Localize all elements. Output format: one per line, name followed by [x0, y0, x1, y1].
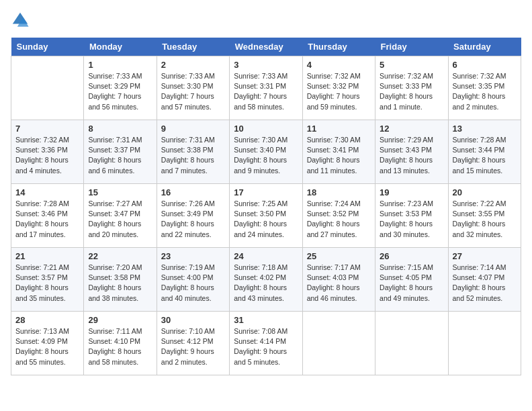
calendar-cell [302, 312, 375, 375]
day-number: 10 [234, 124, 298, 134]
day-info: Sunrise: 7:33 AM Sunset: 3:30 PM Dayligh… [161, 71, 225, 112]
day-number: 13 [453, 124, 517, 134]
day-info: Sunrise: 7:25 AM Sunset: 3:50 PM Dayligh… [234, 199, 298, 240]
day-number: 2 [161, 60, 225, 70]
day-info: Sunrise: 7:26 AM Sunset: 3:49 PM Dayligh… [161, 199, 225, 240]
calendar-cell: 9Sunrise: 7:31 AM Sunset: 3:38 PM Daylig… [157, 120, 229, 184]
calendar-cell: 7Sunrise: 7:32 AM Sunset: 3:36 PM Daylig… [11, 120, 84, 184]
day-number: 1 [88, 60, 152, 70]
day-info: Sunrise: 7:31 AM Sunset: 3:38 PM Dayligh… [161, 135, 225, 176]
calendar-cell: 4Sunrise: 7:32 AM Sunset: 3:32 PM Daylig… [302, 56, 375, 120]
calendar-cell: 30Sunrise: 7:10 AM Sunset: 4:12 PM Dayli… [157, 312, 229, 375]
day-number: 30 [161, 315, 225, 325]
day-number: 7 [15, 124, 79, 134]
calendar-week-row: 1Sunrise: 7:33 AM Sunset: 3:29 PM Daylig… [11, 56, 521, 120]
calendar-cell: 28Sunrise: 7:13 AM Sunset: 4:09 PM Dayli… [11, 312, 84, 375]
calendar-cell [11, 56, 84, 120]
calendar-cell: 24Sunrise: 7:18 AM Sunset: 4:02 PM Dayli… [230, 248, 302, 312]
calendar-cell: 26Sunrise: 7:15 AM Sunset: 4:05 PM Dayli… [375, 248, 448, 312]
day-number: 18 [307, 187, 371, 197]
col-header-saturday: Saturday [448, 38, 521, 56]
calendar-cell: 31Sunrise: 7:08 AM Sunset: 4:14 PM Dayli… [230, 312, 302, 375]
calendar-cell: 11Sunrise: 7:30 AM Sunset: 3:41 PM Dayli… [302, 120, 375, 184]
calendar-cell [448, 312, 521, 375]
day-number: 8 [88, 124, 152, 134]
calendar-table: SundayMondayTuesdayWednesdayThursdayFrid… [11, 38, 521, 375]
day-number: 20 [453, 187, 517, 197]
day-number: 4 [307, 60, 371, 70]
logo [11, 11, 31, 30]
col-header-tuesday: Tuesday [157, 38, 229, 56]
day-info: Sunrise: 7:31 AM Sunset: 3:37 PM Dayligh… [88, 135, 152, 176]
calendar-cell: 21Sunrise: 7:21 AM Sunset: 3:57 PM Dayli… [11, 248, 84, 312]
day-number: 9 [161, 124, 225, 134]
day-info: Sunrise: 7:28 AM Sunset: 3:46 PM Dayligh… [15, 199, 79, 240]
col-header-wednesday: Wednesday [230, 38, 302, 56]
calendar-cell: 3Sunrise: 7:33 AM Sunset: 3:31 PM Daylig… [230, 56, 302, 120]
calendar-cell: 22Sunrise: 7:20 AM Sunset: 3:58 PM Dayli… [84, 248, 157, 312]
day-info: Sunrise: 7:11 AM Sunset: 4:10 PM Dayligh… [88, 326, 152, 367]
calendar-cell: 17Sunrise: 7:25 AM Sunset: 3:50 PM Dayli… [230, 184, 302, 248]
day-number: 27 [453, 251, 517, 261]
day-info: Sunrise: 7:32 AM Sunset: 3:35 PM Dayligh… [453, 71, 517, 112]
day-info: Sunrise: 7:18 AM Sunset: 4:02 PM Dayligh… [234, 263, 298, 304]
day-number: 17 [234, 187, 298, 197]
day-info: Sunrise: 7:22 AM Sunset: 3:55 PM Dayligh… [453, 199, 517, 240]
calendar-cell: 12Sunrise: 7:29 AM Sunset: 3:43 PM Dayli… [375, 120, 448, 184]
calendar-cell: 18Sunrise: 7:24 AM Sunset: 3:52 PM Dayli… [302, 184, 375, 248]
calendar-body: 1Sunrise: 7:33 AM Sunset: 3:29 PM Daylig… [11, 56, 521, 375]
calendar-cell: 27Sunrise: 7:14 AM Sunset: 4:07 PM Dayli… [448, 248, 521, 312]
logo-icon [11, 11, 30, 30]
day-number: 14 [15, 187, 79, 197]
day-number: 24 [234, 251, 298, 261]
col-header-thursday: Thursday [302, 38, 375, 56]
day-number: 26 [380, 251, 443, 261]
day-info: Sunrise: 7:30 AM Sunset: 3:41 PM Dayligh… [307, 135, 371, 176]
page-header [11, 11, 521, 30]
day-info: Sunrise: 7:14 AM Sunset: 4:07 PM Dayligh… [453, 263, 517, 304]
calendar-cell [375, 312, 448, 375]
day-number: 23 [161, 251, 225, 261]
day-number: 21 [15, 251, 79, 261]
calendar-week-row: 21Sunrise: 7:21 AM Sunset: 3:57 PM Dayli… [11, 248, 521, 312]
day-info: Sunrise: 7:10 AM Sunset: 4:12 PM Dayligh… [161, 326, 225, 367]
day-info: Sunrise: 7:30 AM Sunset: 3:40 PM Dayligh… [234, 135, 298, 176]
day-info: Sunrise: 7:20 AM Sunset: 3:58 PM Dayligh… [88, 263, 152, 304]
day-info: Sunrise: 7:19 AM Sunset: 4:00 PM Dayligh… [161, 263, 225, 304]
day-number: 5 [380, 60, 443, 70]
day-number: 28 [15, 315, 79, 325]
col-header-monday: Monday [84, 38, 157, 56]
day-info: Sunrise: 7:32 AM Sunset: 3:32 PM Dayligh… [307, 71, 371, 112]
calendar-cell: 8Sunrise: 7:31 AM Sunset: 3:37 PM Daylig… [84, 120, 157, 184]
calendar-header-row: SundayMondayTuesdayWednesdayThursdayFrid… [11, 38, 521, 56]
calendar-cell: 20Sunrise: 7:22 AM Sunset: 3:55 PM Dayli… [448, 184, 521, 248]
calendar-cell: 15Sunrise: 7:27 AM Sunset: 3:47 PM Dayli… [84, 184, 157, 248]
day-number: 3 [234, 60, 298, 70]
calendar-cell: 23Sunrise: 7:19 AM Sunset: 4:00 PM Dayli… [157, 248, 229, 312]
col-header-friday: Friday [375, 38, 448, 56]
day-number: 22 [88, 251, 152, 261]
day-info: Sunrise: 7:27 AM Sunset: 3:47 PM Dayligh… [88, 199, 152, 240]
calendar-cell: 14Sunrise: 7:28 AM Sunset: 3:46 PM Dayli… [11, 184, 84, 248]
calendar-cell: 25Sunrise: 7:17 AM Sunset: 4:03 PM Dayli… [302, 248, 375, 312]
day-info: Sunrise: 7:24 AM Sunset: 3:52 PM Dayligh… [307, 199, 371, 240]
day-number: 11 [307, 124, 371, 134]
day-info: Sunrise: 7:32 AM Sunset: 3:36 PM Dayligh… [15, 135, 79, 176]
day-info: Sunrise: 7:29 AM Sunset: 3:43 PM Dayligh… [380, 135, 443, 176]
day-number: 6 [453, 60, 517, 70]
day-number: 31 [234, 315, 298, 325]
day-number: 12 [380, 124, 443, 134]
day-number: 15 [88, 187, 152, 197]
day-info: Sunrise: 7:21 AM Sunset: 3:57 PM Dayligh… [15, 263, 79, 304]
day-info: Sunrise: 7:15 AM Sunset: 4:05 PM Dayligh… [380, 263, 443, 304]
calendar-cell: 13Sunrise: 7:28 AM Sunset: 3:44 PM Dayli… [448, 120, 521, 184]
calendar-cell: 2Sunrise: 7:33 AM Sunset: 3:30 PM Daylig… [157, 56, 229, 120]
calendar-week-row: 14Sunrise: 7:28 AM Sunset: 3:46 PM Dayli… [11, 184, 521, 248]
day-info: Sunrise: 7:17 AM Sunset: 4:03 PM Dayligh… [307, 263, 371, 304]
col-header-sunday: Sunday [11, 38, 84, 56]
day-info: Sunrise: 7:13 AM Sunset: 4:09 PM Dayligh… [15, 326, 79, 367]
calendar-week-row: 28Sunrise: 7:13 AM Sunset: 4:09 PM Dayli… [11, 312, 521, 375]
day-number: 16 [161, 187, 225, 197]
calendar-cell: 6Sunrise: 7:32 AM Sunset: 3:35 PM Daylig… [448, 56, 521, 120]
day-number: 19 [380, 187, 443, 197]
